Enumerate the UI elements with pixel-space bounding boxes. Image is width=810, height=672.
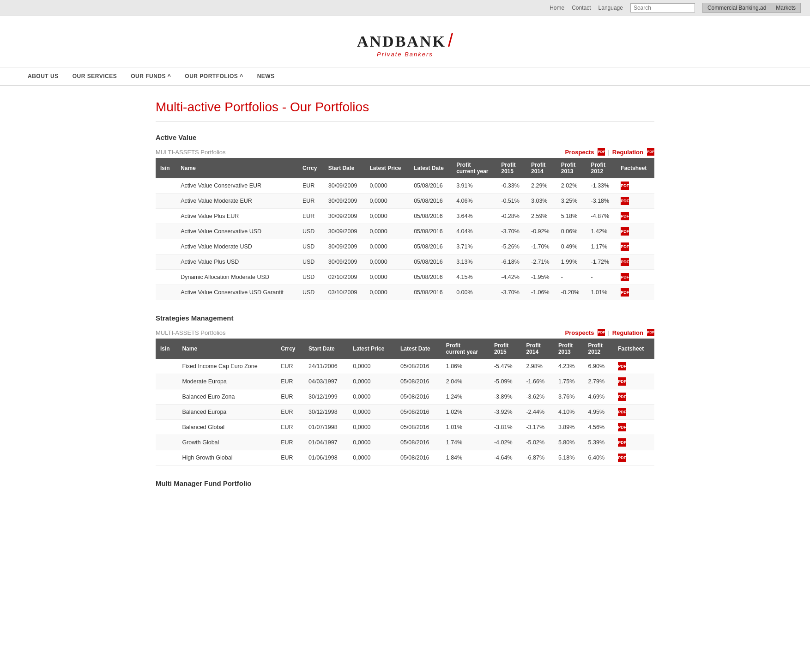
cell-profit_2015: -0.28%: [496, 209, 526, 224]
cell-factsheet[interactable]: PDF: [613, 389, 654, 405]
cell-profit_2012: -: [586, 270, 617, 285]
cell-profit_2012: -4.87%: [586, 209, 617, 224]
cell-factsheet[interactable]: PDF: [613, 450, 654, 466]
cell-factsheet[interactable]: PDF: [616, 285, 654, 300]
cell-latest_price: 0,0000: [365, 209, 409, 224]
cell-latest_price: 0,0000: [348, 359, 396, 374]
subsection-label-1: MULTI-ASSETS Portfolios: [156, 149, 225, 156]
top-nav-buttons: Commercial Banking.ad Markets: [702, 3, 801, 13]
regulation-pdf-icon-2[interactable]: PDF: [647, 329, 654, 336]
cell-factsheet[interactable]: PDF: [616, 239, 654, 254]
th-crrcy-2: Crrcy: [276, 339, 304, 359]
factsheet-pdf-icon[interactable]: PDF: [621, 273, 629, 281]
cell-start_date: 02/10/2009: [324, 270, 365, 285]
factsheet-pdf-icon[interactable]: PDF: [621, 182, 629, 190]
home-link[interactable]: Home: [550, 5, 564, 11]
cell-factsheet[interactable]: PDF: [613, 359, 654, 374]
cell-factsheet[interactable]: PDF: [613, 420, 654, 435]
cell-profit_2013: 3.25%: [556, 194, 586, 209]
search-input[interactable]: [630, 3, 695, 12]
factsheet-pdf-icon[interactable]: PDF: [621, 258, 629, 266]
factsheet-pdf-icon[interactable]: PDF: [618, 393, 626, 401]
regulation-link-2[interactable]: Regulation: [612, 329, 643, 336]
cell-profit_2014: -2.44%: [521, 405, 554, 420]
cell-latest_price: 0,0000: [348, 435, 396, 450]
cell-start_date: 30/09/2009: [324, 178, 365, 194]
factsheet-pdf-icon[interactable]: PDF: [618, 423, 626, 431]
cell-factsheet[interactable]: PDF: [613, 435, 654, 450]
cell-crrcy: EUR: [276, 435, 304, 450]
factsheet-pdf-icon[interactable]: PDF: [621, 227, 629, 236]
cell-factsheet[interactable]: PDF: [616, 254, 654, 270]
cell-profit_2012: -1.72%: [586, 254, 617, 270]
prospects-link-1[interactable]: Prospects: [565, 149, 594, 156]
cell-profit_2014: -5.02%: [521, 435, 554, 450]
cell-profit_2014: -1.66%: [521, 374, 554, 389]
nav-about-us[interactable]: About Us: [28, 73, 59, 79]
subsection-header-2: MULTI-ASSETS Portfolios Prospects PDF | …: [156, 329, 654, 336]
factsheet-pdf-icon[interactable]: PDF: [618, 377, 626, 386]
cell-factsheet[interactable]: PDF: [613, 374, 654, 389]
th-latest-date-1: Latest Date: [409, 158, 452, 178]
cell-profit_2015: -0.51%: [496, 194, 526, 209]
cell-profit_cy: 3.13%: [452, 254, 496, 270]
cell-profit_2012: 4.95%: [584, 405, 614, 420]
cell-factsheet[interactable]: PDF: [616, 194, 654, 209]
cell-latest_price: 0,0000: [365, 194, 409, 209]
cell-factsheet[interactable]: PDF: [616, 270, 654, 285]
nav-news[interactable]: News: [257, 73, 275, 79]
cell-latest_price: 0,0000: [348, 450, 396, 466]
cell-name: Growth Global: [177, 435, 276, 450]
regulation-pdf-icon-1[interactable]: PDF: [647, 148, 654, 156]
page-title: Multi-active Portfolios - Our Portfolios: [156, 100, 654, 122]
th-latest-price-1: Latest Price: [365, 158, 409, 178]
th-profit-2012-2: Profit2012: [584, 339, 614, 359]
factsheet-pdf-icon[interactable]: PDF: [618, 438, 626, 447]
cell-factsheet[interactable]: PDF: [616, 209, 654, 224]
cell-profit_2013: 3.76%: [554, 389, 584, 405]
prospects-pdf-icon-1[interactable]: PDF: [598, 148, 605, 156]
factsheet-pdf-icon[interactable]: PDF: [621, 197, 629, 205]
cell-name: Balanced Global: [177, 420, 276, 435]
contact-link[interactable]: Contact: [572, 5, 591, 11]
factsheet-pdf-icon[interactable]: PDF: [618, 362, 626, 370]
language-link[interactable]: Language: [598, 5, 623, 11]
cell-crrcy: USD: [298, 285, 324, 300]
cell-factsheet[interactable]: PDF: [616, 178, 654, 194]
cell-profit_2015: -0.33%: [496, 178, 526, 194]
factsheet-pdf-icon[interactable]: PDF: [618, 454, 626, 462]
commercial-banking-button[interactable]: Commercial Banking.ad: [702, 3, 771, 13]
cell-latest_date: 05/08/2016: [409, 194, 452, 209]
nav-our-services[interactable]: Our Services: [73, 73, 117, 79]
cell-crrcy: EUR: [298, 194, 324, 209]
factsheet-pdf-icon[interactable]: PDF: [621, 242, 629, 251]
nav-our-portfolios[interactable]: Our Portfolios ^: [185, 73, 243, 79]
cell-profit_2014: 2.59%: [526, 209, 556, 224]
cell-profit_2013: 3.89%: [554, 420, 584, 435]
cell-profit_2015: -4.02%: [490, 435, 522, 450]
cell-profit_2015: -5.26%: [496, 239, 526, 254]
cell-factsheet[interactable]: PDF: [613, 405, 654, 420]
factsheet-pdf-icon[interactable]: PDF: [621, 288, 629, 297]
table-row: Active Value Conservative EUREUR30/09/20…: [156, 178, 654, 194]
cell-latest_price: 0,0000: [365, 285, 409, 300]
cell-profit_2013: 1.75%: [554, 374, 584, 389]
th-isin-2: Isin: [156, 339, 177, 359]
nav-our-funds[interactable]: Our Funds ^: [131, 73, 171, 79]
factsheet-pdf-icon[interactable]: PDF: [618, 408, 626, 416]
th-profit-2014-1: Profit2014: [526, 158, 556, 178]
logo-area: ANDBANK/ Private Bankers: [0, 16, 810, 67]
regulation-link-1[interactable]: Regulation: [612, 149, 643, 156]
prospects-link-2[interactable]: Prospects: [565, 329, 594, 336]
prospects-pdf-icon-2[interactable]: PDF: [598, 329, 605, 336]
cell-profit_2015: -3.89%: [490, 389, 522, 405]
cell-start_date: 30/09/2009: [324, 194, 365, 209]
table-row: High Growth GlobalEUR01/06/19980,000005/…: [156, 450, 654, 466]
cell-isin: [156, 239, 176, 254]
markets-button[interactable]: Markets: [771, 3, 801, 13]
cell-profit_2014: -1.70%: [526, 239, 556, 254]
cell-latest_date: 05/08/2016: [409, 178, 452, 194]
cell-name: Moderate Europa: [177, 374, 276, 389]
factsheet-pdf-icon[interactable]: PDF: [621, 212, 629, 220]
cell-factsheet[interactable]: PDF: [616, 224, 654, 239]
